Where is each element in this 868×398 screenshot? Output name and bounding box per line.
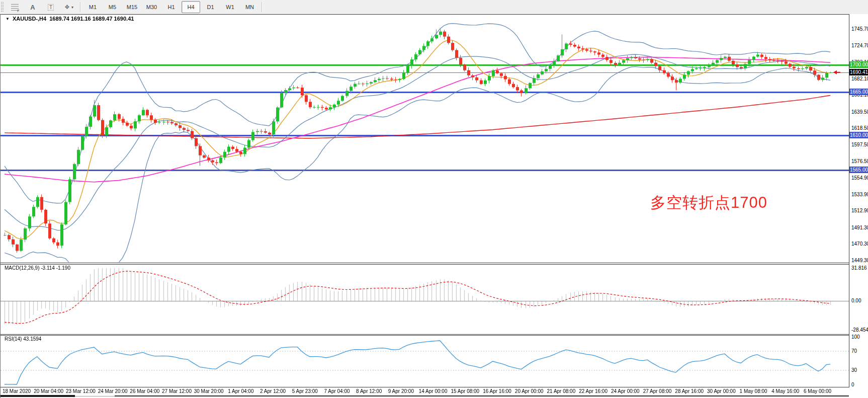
time-axis-label: 16 Apr 16:00 bbox=[483, 388, 511, 394]
collapse-chart-icon[interactable]: ▼ bbox=[6, 17, 10, 21]
hline-price-badge: 1610.00 bbox=[849, 132, 868, 138]
price-tick-label: 1449.30 bbox=[851, 258, 868, 264]
time-axis-label: 24 Apr 00:00 bbox=[611, 388, 640, 394]
price-tick-label: 1491.30 bbox=[851, 225, 868, 231]
time-axis-label: 22 Apr 16:00 bbox=[579, 388, 607, 394]
text-label-tool-button[interactable]: A bbox=[24, 1, 41, 13]
time-axis-label: 14 Apr 00:00 bbox=[419, 388, 448, 394]
chart-symbol-period: XAUUSD-,H4 bbox=[13, 16, 46, 22]
hline-price-badge: 1665.00 bbox=[849, 89, 868, 95]
time-axis-label: 1 May 08:00 bbox=[740, 388, 767, 394]
time-axis-label: 7 Apr 04:00 bbox=[324, 388, 350, 394]
timeframe-toolbar: M1M5M15M30H1H4D1W1MN bbox=[83, 1, 259, 13]
timeframe-button-m15[interactable]: M15 bbox=[123, 1, 141, 13]
time-axis-label: 6 May 00:00 bbox=[804, 388, 831, 394]
time-axis-label: 26 Mar 04:00 bbox=[130, 388, 159, 394]
price-tick-label: 1512.90 bbox=[851, 208, 868, 214]
price-tick-label: 1745.70 bbox=[851, 26, 868, 32]
macd-indicator-label: MACD(12,26,9) -3.114 -1.190 bbox=[5, 265, 70, 271]
price-tick-label: 1470.30 bbox=[851, 241, 868, 247]
time-axis-label: 21 Apr 08:00 bbox=[547, 388, 576, 394]
fibonacci-icon: F bbox=[11, 4, 19, 11]
time-axis-label: 20 Mar 04:00 bbox=[34, 388, 63, 394]
chart-title: ▼ XAUUSD-,H4 1689.74 1691.16 1689.47 169… bbox=[6, 16, 134, 22]
rsi-scale-label: 0 bbox=[851, 382, 854, 388]
price-tick-label: 1554.90 bbox=[851, 175, 868, 181]
rsi-scale-label: 30 bbox=[851, 367, 857, 373]
time-axis-label: 30 Apr 00:00 bbox=[707, 388, 736, 394]
time-axis-label: 18 Mar 2020 bbox=[3, 388, 31, 394]
time-axis-label: 8 Apr 12:00 bbox=[356, 388, 382, 394]
rsi-indicator-label: RSI(14) 43.1594 bbox=[5, 336, 41, 342]
time-axis-label: 2 Apr 12:00 bbox=[260, 388, 286, 394]
horizontal-scrollbar[interactable] bbox=[1, 395, 868, 398]
fibonacci-retracement-tool-button[interactable]: F bbox=[6, 1, 23, 13]
price-tick-label: 1597.50 bbox=[851, 142, 868, 148]
time-axis-label: 5 Apr 23:00 bbox=[292, 388, 318, 394]
chart-text-annotation: 多空转折点1700 bbox=[650, 192, 767, 213]
time-axis[interactable]: 18 Mar 202020 Mar 04:0023 Mar 12:0024 Ma… bbox=[1, 388, 849, 395]
time-axis-label: 30 Mar 20:00 bbox=[194, 388, 224, 394]
time-axis-label: 23 Mar 12:00 bbox=[66, 388, 96, 394]
text-tool-button[interactable]: T bbox=[42, 1, 59, 13]
hline-price-badge: 1700.00 bbox=[849, 61, 868, 68]
price-tick-label: 1724.70 bbox=[851, 43, 868, 49]
time-axis-label: 4 May 16:00 bbox=[771, 388, 799, 394]
time-axis-label: 9 Apr 20:00 bbox=[388, 388, 414, 394]
macd-scale-label: 0.00 bbox=[851, 298, 861, 304]
scrollbar-track-line bbox=[115, 395, 849, 396]
price-tick-label: 1639.50 bbox=[851, 109, 868, 115]
timeframe-button-d1[interactable]: D1 bbox=[201, 1, 220, 13]
price-tick-label: 1682.10 bbox=[851, 76, 868, 82]
time-axis-label: 24 Mar 20:00 bbox=[98, 388, 128, 394]
mt4-chart-window: FAT❖▾ M1M5M15M30H1H4D1W1MN ▼ XAUUSD-,H4 … bbox=[0, 0, 868, 398]
time-axis-label: 27 Mar 12:00 bbox=[162, 388, 192, 394]
time-axis-label: 27 Apr 08:00 bbox=[643, 388, 672, 394]
timeframe-button-m30[interactable]: M30 bbox=[142, 1, 161, 13]
hline-price-badge: 1565.00 bbox=[849, 167, 868, 173]
timeframe-button-w1[interactable]: W1 bbox=[221, 1, 239, 13]
current-price-badge: 1690.41 bbox=[849, 69, 868, 75]
line-studies-toolbar: FAT❖▾ bbox=[6, 1, 78, 13]
chart-ohlc-values: 1689.74 1691.16 1689.47 1690.41 bbox=[49, 16, 134, 22]
toolbar-separator bbox=[262, 2, 263, 12]
timeframe-button-h4[interactable]: H4 bbox=[182, 1, 200, 13]
time-axis-label: 1 Apr 04:00 bbox=[228, 388, 253, 394]
timeframe-button-mn[interactable]: MN bbox=[240, 1, 259, 13]
cursor-style-tool-button[interactable]: ❖▾ bbox=[60, 1, 77, 13]
timeframe-button-m1[interactable]: M1 bbox=[83, 1, 102, 13]
price-axis[interactable]: 1745.701724.701703.101682.101661.101639.… bbox=[849, 14, 868, 395]
toolbar-separator bbox=[80, 2, 81, 12]
price-tick-label: 1533.90 bbox=[851, 192, 868, 198]
time-axis-label: 15 Apr 08:00 bbox=[451, 388, 479, 394]
timeframe-button-m5[interactable]: M5 bbox=[103, 1, 122, 13]
toolbar-grip[interactable] bbox=[1, 2, 4, 12]
text-icon: T bbox=[48, 4, 54, 11]
macd-scale-label: -28.454 bbox=[851, 327, 868, 333]
macd-scale-label: 31.816 bbox=[851, 265, 867, 271]
price-tick-label: 1618.50 bbox=[851, 125, 868, 131]
price-tick-label: 1576.50 bbox=[851, 158, 868, 165]
cursor-style-icon: ❖ bbox=[64, 4, 70, 11]
rsi-scale-label: 100 bbox=[851, 334, 860, 340]
time-axis-label: 20 Apr 00:00 bbox=[515, 388, 544, 394]
timeframe-button-h1[interactable]: H1 bbox=[162, 1, 181, 13]
chart-workspace: ▼ XAUUSD-,H4 1689.74 1691.16 1689.47 169… bbox=[0, 14, 868, 398]
top-toolbar: FAT❖▾ M1M5M15M30H1H4D1W1MN bbox=[0, 0, 868, 15]
rsi-scale-label: 70 bbox=[851, 348, 857, 354]
time-axis-label: 28 Apr 16:00 bbox=[675, 388, 704, 394]
text-label-icon: A bbox=[30, 4, 35, 11]
scrollbar-thumb[interactable] bbox=[1, 395, 75, 397]
chevron-down-icon: ▾ bbox=[71, 5, 73, 10]
